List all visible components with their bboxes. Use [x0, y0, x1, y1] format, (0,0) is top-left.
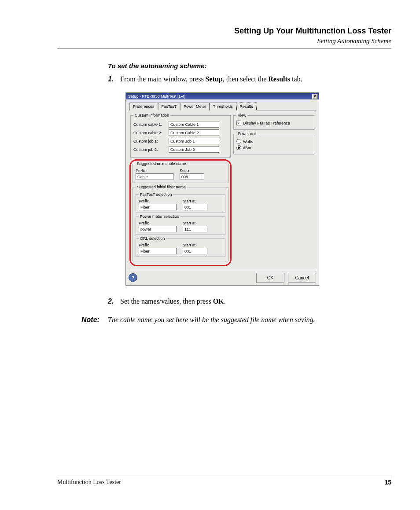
- suggested-initial-fiber-legend: Suggested initial fiber name: [136, 185, 187, 189]
- step-2-number: 2.: [108, 296, 120, 307]
- step-1-number: 1.: [108, 74, 120, 84]
- orl-prefix-input[interactable]: [139, 248, 177, 254]
- note-text: The cable name you set here will be the …: [108, 315, 315, 325]
- step-1-text: From the main window, press Setup, then …: [120, 74, 302, 84]
- cable-suffix-label: Suffix: [180, 169, 189, 173]
- cable-prefix-label: Prefix: [136, 169, 180, 173]
- fastest-prefix-label: Prefix: [139, 199, 183, 203]
- ok-button[interactable]: OK: [256, 273, 284, 283]
- help-button[interactable]: ?: [129, 273, 137, 282]
- footer-page-number: 15: [384, 479, 391, 486]
- display-fastest-ref-checkbox[interactable]: ✓: [236, 121, 241, 125]
- fastest-selection-legend: FasTesT selection: [139, 192, 173, 197]
- power-prefix-input[interactable]: [139, 226, 177, 232]
- setup-dialog: Setup - FTB-3930 MultiTest [1-4] ✕ Prefe…: [125, 92, 319, 286]
- fastest-start-label: Start at: [183, 199, 195, 203]
- dialog-button-bar: ? OK Cancel: [129, 270, 316, 283]
- power-prefix-label: Prefix: [139, 221, 183, 225]
- tab-panel-results: Custom information Custom cable 1: Custo…: [129, 110, 316, 268]
- custom-information-group: Custom information Custom cable 1: Custo…: [130, 113, 231, 158]
- power-meter-selection-legend: Power meter selection: [139, 214, 181, 219]
- header-subtitle: Setting Autonaming Scheme: [57, 37, 391, 45]
- custom-information-legend: Custom information: [133, 113, 170, 117]
- view-group: View ✓ Display FasTesT reference: [233, 113, 314, 130]
- watts-radio[interactable]: [236, 139, 241, 144]
- custom-job-1-label: Custom job 1:: [133, 139, 169, 143]
- cable-prefix-input[interactable]: [136, 173, 173, 180]
- orl-start-label: Start at: [183, 243, 195, 247]
- power-start-label: Start at: [183, 221, 195, 225]
- custom-cable-2-input[interactable]: [169, 129, 219, 136]
- footer-left: Multifunction Loss Tester: [57, 479, 384, 486]
- tab-strip: Preferences FasTesT Power Meter Threshol…: [129, 102, 319, 110]
- tab-thresholds[interactable]: Thresholds: [210, 103, 236, 110]
- cancel-button[interactable]: Cancel: [288, 273, 316, 283]
- orl-selection-legend: ORL selection: [139, 236, 166, 241]
- custom-cable-2-label: Custom cable 2:: [133, 131, 169, 135]
- fastest-start-input[interactable]: [183, 204, 207, 210]
- titlebar-text: Setup - FTB-3930 MultiTest [1-4]: [128, 94, 312, 99]
- page-header: Setting Up Your Multifunction Loss Teste…: [57, 26, 391, 45]
- power-meter-selection-group: Power meter selection Prefix Start at: [136, 214, 225, 235]
- custom-job-1-input[interactable]: [169, 138, 219, 144]
- step-2: 2. Set the names/values, then press OK.: [108, 296, 391, 307]
- watts-label: Watts: [243, 139, 253, 144]
- custom-job-2-label: Custom job 2:: [133, 147, 169, 152]
- dbm-label: dBm: [243, 146, 251, 150]
- autonaming-highlight: Suggested next cable name Prefix Suffix: [129, 159, 232, 266]
- suggested-initial-fiber-group: Suggested initial fiber name FasTesT sel…: [133, 185, 228, 261]
- fastest-selection-group: FasTesT selection Prefix Start at: [136, 192, 225, 213]
- instructions-heading: To set the autonaming scheme:: [108, 62, 391, 70]
- tab-preferences[interactable]: Preferences: [129, 103, 158, 110]
- tab-power-meter[interactable]: Power Meter: [180, 103, 210, 110]
- suggested-next-cable-legend: Suggested next cable name: [136, 161, 188, 166]
- setup-dialog-screenshot: Setup - FTB-3930 MultiTest [1-4] ✕ Prefe…: [125, 92, 319, 286]
- power-unit-legend: Power unit: [236, 132, 258, 136]
- note-label: Note:: [81, 315, 108, 325]
- header-title: Setting Up Your Multifunction Loss Teste…: [57, 26, 391, 36]
- note-row: Note: The cable name you set here will b…: [81, 315, 391, 325]
- radio-dot-icon: [238, 147, 240, 149]
- fastest-prefix-input[interactable]: [139, 204, 177, 210]
- dbm-radio[interactable]: [236, 145, 241, 150]
- cable-suffix-input[interactable]: [180, 173, 204, 180]
- titlebar: Setup - FTB-3930 MultiTest [1-4] ✕: [126, 93, 319, 99]
- orl-prefix-label: Prefix: [139, 243, 183, 247]
- custom-cable-1-label: Custom cable 1:: [133, 122, 169, 127]
- close-icon[interactable]: ✕: [312, 94, 318, 99]
- orl-start-input[interactable]: [183, 248, 207, 254]
- tab-fastest[interactable]: FasTesT: [158, 103, 181, 110]
- custom-job-2-input[interactable]: [169, 146, 219, 153]
- custom-cable-1-input[interactable]: [169, 121, 219, 128]
- step-2-text: Set the names/values, then press OK.: [120, 296, 226, 307]
- display-fastest-ref-label: Display FasTesT reference: [243, 121, 290, 125]
- page-footer: Multifunction Loss Tester 15: [57, 476, 391, 486]
- power-unit-group: Power unit Watts dBm: [233, 132, 314, 154]
- header-rule: [57, 48, 391, 49]
- step-1: 1. From the main window, press Setup, th…: [108, 74, 391, 84]
- tab-results[interactable]: Results: [236, 103, 257, 110]
- suggested-next-cable-group: Suggested next cable name Prefix Suffix: [133, 161, 228, 183]
- orl-selection-group: ORL selection Prefix Start at: [136, 236, 225, 257]
- power-start-input[interactable]: [183, 226, 207, 232]
- view-legend: View: [236, 113, 247, 117]
